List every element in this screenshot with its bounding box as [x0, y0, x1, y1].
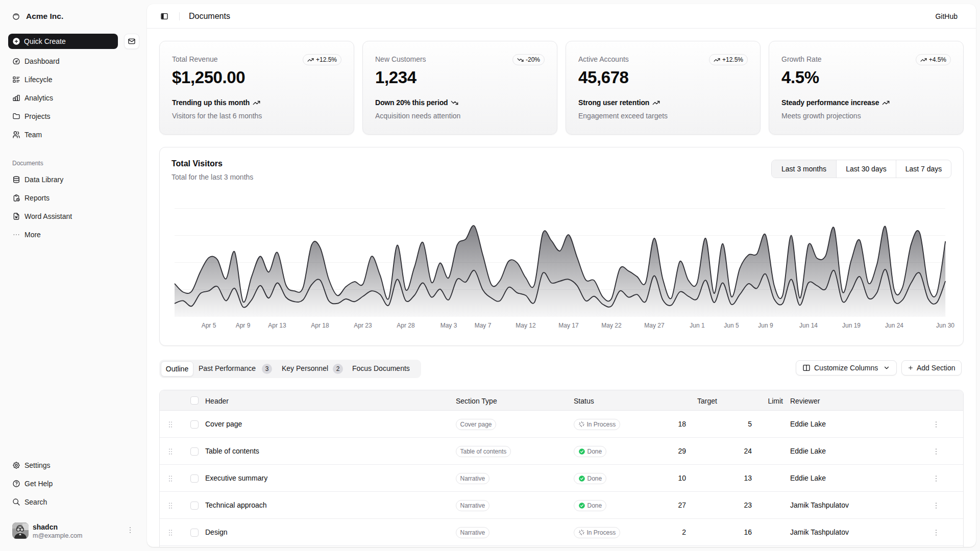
svg-text:Apr 28: Apr 28 [397, 322, 415, 329]
svg-text:May 17: May 17 [558, 322, 579, 329]
svg-text:May 3: May 3 [440, 322, 457, 329]
svg-text:May 7: May 7 [475, 322, 492, 329]
svg-text:May 22: May 22 [601, 322, 622, 329]
svg-text:Jun 9: Jun 9 [758, 322, 773, 329]
svg-text:Jun 14: Jun 14 [799, 322, 818, 329]
svg-text:Apr 23: Apr 23 [354, 322, 372, 329]
svg-text:Jun 30: Jun 30 [936, 322, 954, 329]
svg-text:Apr 5: Apr 5 [202, 322, 216, 329]
svg-text:May 12: May 12 [516, 322, 536, 329]
svg-text:May 27: May 27 [644, 322, 665, 329]
svg-text:Jun 19: Jun 19 [842, 322, 861, 329]
svg-text:Apr 18: Apr 18 [311, 322, 329, 329]
svg-text:Apr 13: Apr 13 [268, 322, 286, 329]
svg-text:Jun 5: Jun 5 [724, 322, 739, 329]
svg-text:Apr 9: Apr 9 [236, 322, 251, 329]
svg-text:Jun 24: Jun 24 [885, 322, 903, 329]
svg-text:Jun 1: Jun 1 [690, 322, 705, 329]
